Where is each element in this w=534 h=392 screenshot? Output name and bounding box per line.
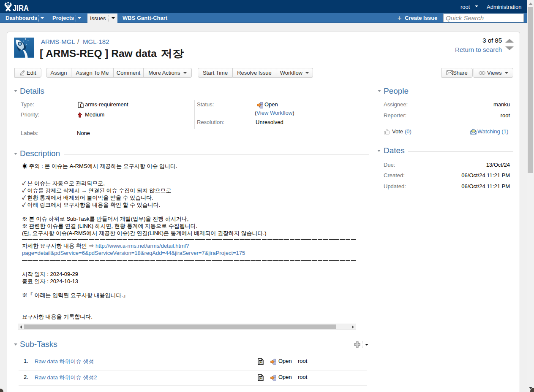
svg-text:I: I [80, 103, 82, 108]
